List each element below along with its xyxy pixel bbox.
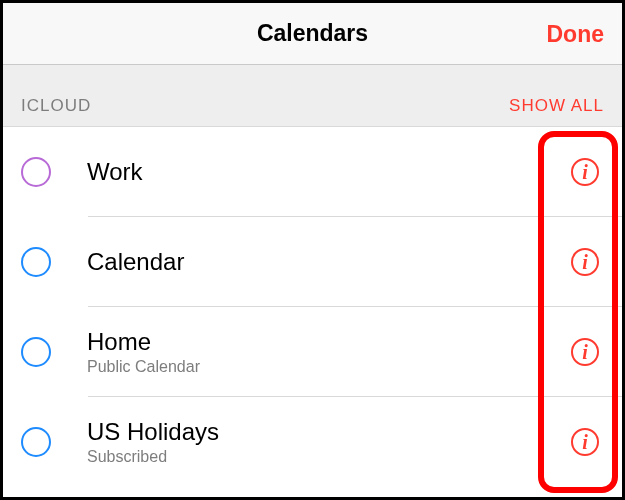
row-text: Calendar	[87, 248, 622, 277]
show-all-button[interactable]: SHOW ALL	[509, 96, 604, 116]
calendar-row-calendar[interactable]: Calendar i	[3, 217, 622, 307]
calendar-subtitle: Subscribed	[87, 448, 512, 466]
svg-text:i: i	[582, 431, 588, 453]
done-button[interactable]: Done	[547, 20, 605, 47]
calendar-subtitle: Public Calendar	[87, 358, 512, 376]
calendar-row-work[interactable]: Work i	[3, 127, 622, 217]
info-button[interactable]: i	[570, 247, 600, 277]
calendar-name: US Holidays	[87, 418, 512, 447]
svg-text:i: i	[582, 161, 588, 183]
calendar-list: Work i Calendar i	[3, 127, 622, 487]
info-icon: i	[570, 157, 600, 187]
info-icon: i	[570, 247, 600, 277]
row-text: US Holidays Subscribed	[87, 418, 622, 467]
checkbox-icon[interactable]	[21, 157, 51, 187]
checkbox-icon[interactable]	[21, 247, 51, 277]
info-icon: i	[570, 337, 600, 367]
checkbox-icon[interactable]	[21, 427, 51, 457]
calendar-row-home[interactable]: Home Public Calendar i	[3, 307, 622, 397]
checkbox-icon[interactable]	[21, 337, 51, 367]
calendar-row-us-holidays[interactable]: US Holidays Subscribed i	[3, 397, 622, 487]
calendar-name: Calendar	[87, 248, 512, 277]
row-text: Work	[87, 158, 622, 187]
navbar: Calendars Done	[3, 3, 622, 65]
section-header-label: ICLOUD	[21, 96, 91, 116]
app-frame: Calendars Done ICLOUD SHOW ALL Work i Ca…	[0, 0, 625, 500]
svg-text:i: i	[582, 341, 588, 363]
row-text: Home Public Calendar	[87, 328, 622, 377]
calendar-name: Home	[87, 328, 512, 357]
navbar-title: Calendars	[257, 20, 368, 47]
info-button[interactable]: i	[570, 427, 600, 457]
svg-text:i: i	[582, 251, 588, 273]
info-button[interactable]: i	[570, 337, 600, 367]
info-button[interactable]: i	[570, 157, 600, 187]
calendar-name: Work	[87, 158, 512, 187]
section-header-icloud: ICLOUD SHOW ALL	[3, 65, 622, 127]
info-icon: i	[570, 427, 600, 457]
